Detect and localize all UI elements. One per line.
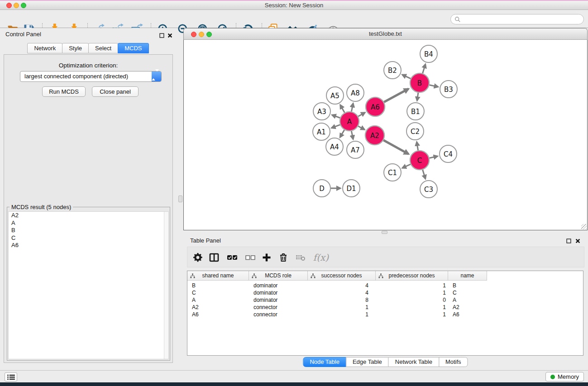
float-table-panel-icon[interactable]: [566, 237, 572, 243]
result-item[interactable]: A2: [9, 212, 168, 219]
table-cell[interactable]: dominator: [249, 296, 308, 304]
table-row[interactable]: A6connector11A6: [187, 311, 583, 318]
table-cell[interactable]: 1: [376, 289, 448, 296]
graph-node-A7[interactable]: A7: [347, 141, 364, 158]
graph-node-C1[interactable]: C1: [384, 164, 401, 181]
graph-node-A6[interactable]: A6: [366, 97, 385, 116]
minimize-network-button[interactable]: [199, 32, 204, 37]
run-mcds-button[interactable]: Run MCDS: [42, 86, 86, 97]
table-cell[interactable]: A: [448, 296, 487, 304]
network-canvas[interactable]: B4B2BB3A5A8A6B1A3AC2A1A2A4A7C4CC1C3DD1: [183, 40, 588, 230]
settings-gear-icon[interactable]: [192, 252, 204, 263]
horizontal-splitter-handle[interactable]: [382, 231, 387, 234]
graph-node-A8[interactable]: A8: [347, 84, 364, 101]
graph-node-A[interactable]: A: [340, 112, 359, 131]
resize-corner-icon[interactable]: [581, 224, 587, 229]
search-input[interactable]: [464, 16, 580, 23]
zoom-network-button[interactable]: [206, 32, 212, 37]
graph-node-D[interactable]: D: [313, 180, 330, 197]
table-cell[interactable]: 1: [376, 282, 448, 289]
split-view-icon[interactable]: [208, 252, 220, 263]
table-cell[interactable]: A2: [448, 304, 487, 311]
close-panel-button[interactable]: Close panel: [92, 86, 139, 97]
edge-A-A1[interactable]: [332, 125, 340, 128]
edge-A-A7[interactable]: [351, 131, 353, 139]
network-window-titlebar[interactable]: testGlobe.txt: [183, 28, 588, 40]
table-cell[interactable]: connector: [249, 311, 308, 318]
table-cell[interactable]: 1: [376, 304, 448, 311]
minimize-window-button[interactable]: [14, 3, 19, 8]
table-cell[interactable]: 8: [308, 296, 376, 304]
tab-network-table[interactable]: Network Table: [388, 357, 439, 367]
table-cell[interactable]: A6: [448, 311, 487, 318]
delete-table-icon[interactable]: [295, 252, 306, 263]
edge-B-B4[interactable]: [423, 64, 425, 73]
vertical-splitter-handle[interactable]: [178, 195, 182, 202]
table-cell[interactable]: 4: [308, 289, 376, 296]
edge-A-A8[interactable]: [351, 104, 353, 112]
function-builder-icon[interactable]: f(x): [312, 252, 330, 263]
table-cell[interactable]: dominator: [249, 289, 308, 296]
column-header-successor-nodes[interactable]: successor nodes: [308, 271, 376, 281]
edge-B-B2[interactable]: [402, 75, 411, 79]
table-row[interactable]: Cdominator41C: [187, 289, 583, 296]
tab-motifs[interactable]: Motifs: [439, 357, 468, 367]
tab-style[interactable]: Style: [62, 43, 89, 53]
table-cell[interactable]: C: [187, 289, 249, 296]
table-cell[interactable]: 0: [376, 296, 448, 304]
mcds-result-list[interactable]: A2ABCA6: [8, 211, 169, 359]
table-cell[interactable]: A: [187, 296, 249, 304]
graph-node-C4[interactable]: C4: [440, 145, 457, 162]
table-row[interactable]: Bdominator41B: [187, 282, 583, 289]
graph-node-A3[interactable]: A3: [313, 103, 330, 120]
graph-node-C3[interactable]: C3: [420, 181, 437, 198]
table-cell[interactable]: connector: [249, 304, 308, 311]
table-row[interactable]: Adominator80A: [187, 296, 583, 304]
close-window-button[interactable]: [6, 3, 12, 8]
edge-C-C1[interactable]: [402, 164, 411, 168]
result-item[interactable]: B: [9, 227, 168, 234]
graph-node-A1[interactable]: A1: [313, 123, 330, 140]
graph-node-B1[interactable]: B1: [407, 103, 424, 120]
edge-C-C4[interactable]: [430, 156, 438, 158]
graph-node-A5[interactable]: A5: [326, 87, 344, 104]
result-item[interactable]: A6: [9, 242, 168, 249]
graph-node-B[interactable]: B: [410, 73, 429, 92]
criterion-dropdown[interactable]: largest connected component (directed): [20, 71, 162, 82]
edge-B-B3[interactable]: [430, 85, 438, 87]
result-item[interactable]: C: [9, 234, 168, 242]
zoom-window-button[interactable]: [21, 3, 26, 8]
close-network-button[interactable]: [191, 32, 196, 37]
table-cell[interactable]: 4: [308, 282, 376, 289]
table-cell[interactable]: 1: [376, 311, 448, 318]
table-cell[interactable]: 1: [308, 304, 376, 311]
graph-node-B4[interactable]: B4: [420, 45, 437, 62]
edge-A2-C[interactable]: [383, 140, 408, 154]
tab-network[interactable]: Network: [27, 43, 62, 53]
graph-node-C2[interactable]: C2: [406, 123, 424, 140]
tab-edge-table[interactable]: Edge Table: [346, 357, 389, 367]
graph-node-B3[interactable]: B3: [440, 81, 457, 98]
table-cell[interactable]: dominator: [249, 282, 308, 289]
edge-A-A4[interactable]: [340, 130, 344, 137]
table-cell[interactable]: B: [187, 282, 249, 289]
close-panel-icon[interactable]: [167, 32, 173, 37]
column-header-name[interactable]: name: [448, 271, 487, 281]
graph-node-B2[interactable]: B2: [384, 62, 401, 79]
memory-button[interactable]: Memory: [545, 372, 584, 381]
graph-node-A4[interactable]: A4: [326, 138, 343, 155]
tab-mcds[interactable]: MCDS: [118, 43, 148, 53]
column-header-predecessor-nodes[interactable]: predecessor nodes: [376, 271, 448, 281]
edge-A-A3[interactable]: [332, 115, 340, 118]
select-all-columns-icon[interactable]: [226, 252, 238, 263]
edge-A-A5[interactable]: [340, 105, 345, 113]
column-header-mcds-role[interactable]: MCDS role: [249, 271, 308, 281]
tab-node-table[interactable]: Node Table: [303, 357, 346, 367]
result-scrollbar[interactable]: [164, 212, 168, 359]
edge-A-A6[interactable]: [358, 113, 365, 117]
graph-node-D1[interactable]: D1: [343, 180, 360, 197]
unselect-all-columns-icon[interactable]: [244, 252, 256, 263]
edge-C-C3[interactable]: [423, 170, 425, 179]
edge-C-C2[interactable]: [417, 142, 418, 151]
tab-select[interactable]: Select: [88, 43, 118, 53]
